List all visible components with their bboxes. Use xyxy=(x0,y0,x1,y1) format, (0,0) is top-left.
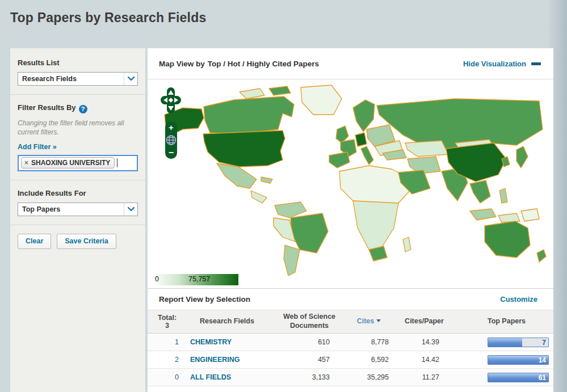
filter-note: Changing the filter field removes all cu… xyxy=(18,119,138,137)
wos-documents-value: 457 xyxy=(270,356,349,364)
sidebar-divider xyxy=(10,94,145,95)
include-results-label: Include Results For xyxy=(18,189,138,197)
world-choropleth-map[interactable] xyxy=(149,79,553,279)
cites-value: 6,592 xyxy=(349,356,389,364)
region-italy xyxy=(361,146,373,165)
top-papers-bar: 61 xyxy=(488,373,549,382)
column-header-research-fields[interactable]: Research Fields xyxy=(184,317,270,326)
region-usa xyxy=(203,130,285,167)
region-north-africa xyxy=(339,166,410,206)
hide-visualization-label: Hide Visualization xyxy=(463,60,526,68)
viz-title-mode: Top / Hot / Highly Cited Papers xyxy=(208,60,319,68)
row-rank: 0 xyxy=(148,373,184,381)
region-new-zealand xyxy=(537,250,546,262)
filter-input[interactable]: × SHAOXING UNIVERSITY xyxy=(18,155,138,171)
report-title: Report View by Selection xyxy=(159,295,250,304)
top-papers-bar: 14 xyxy=(488,355,549,365)
wos-documents-value: 3,133 xyxy=(270,373,349,381)
top-papers-value: 61 xyxy=(539,374,546,382)
results-list-select[interactable]: Research Fields xyxy=(18,72,138,86)
chevron-down-icon xyxy=(124,73,137,85)
column-header-wos-documents[interactable]: Web of Science Documents xyxy=(270,313,349,330)
map-legend: 0 75,757 xyxy=(153,274,238,285)
map-view[interactable]: + − 0 75,757 xyxy=(148,79,553,289)
collapse-minus-icon xyxy=(531,62,541,65)
results-list-selected: Research Fields xyxy=(18,75,124,83)
map-controls: + − xyxy=(159,86,184,163)
row-rank: 1 xyxy=(148,338,184,346)
total-label: Total: xyxy=(150,314,184,322)
legend-min-value: 0 xyxy=(155,275,159,283)
hide-visualization-link[interactable]: Hide Visualization xyxy=(463,60,541,68)
table-row: 0 ALL FIELDS 3,133 35,295 11.27 61 xyxy=(148,369,553,386)
main-panel: Map View byTop / Hot / Highly Cited Pape… xyxy=(148,48,553,392)
field-link[interactable]: ALL FIELDS xyxy=(184,373,270,381)
region-indochina xyxy=(470,180,490,203)
column-header-cites[interactable]: Cites xyxy=(349,317,389,326)
chevron-down-icon xyxy=(124,203,137,216)
region-arctic-islands xyxy=(240,88,264,99)
region-iberia xyxy=(329,152,350,168)
region-malaysia-indonesia xyxy=(470,209,496,220)
report-header: Report View by Selection Customize xyxy=(148,289,553,310)
sidebar-divider xyxy=(10,180,145,180)
table-row: 2 ENGINEERING 457 6,592 14.42 14 xyxy=(148,351,553,369)
customize-link[interactable]: Customize xyxy=(500,295,537,304)
include-results-select[interactable]: Top Papers xyxy=(18,203,138,216)
column-header-cites-per-paper[interactable]: Cites/Paper xyxy=(389,317,460,326)
region-mexico xyxy=(217,163,257,188)
cites-label: Cites xyxy=(357,317,375,325)
region-uk xyxy=(336,126,348,143)
help-icon[interactable]: ? xyxy=(79,105,87,113)
pan-control xyxy=(161,87,181,113)
filter-results-label: Filter Results By? xyxy=(18,103,138,113)
sort-desc-icon xyxy=(376,319,381,322)
save-criteria-button[interactable]: Save Criteria xyxy=(57,234,116,249)
total-header: Total: 3 xyxy=(148,314,184,330)
region-australia xyxy=(485,221,530,258)
top-papers-bar: 7 xyxy=(488,338,549,347)
region-madagascar xyxy=(403,237,411,252)
top-papers-value: 14 xyxy=(539,356,546,364)
region-central-africa xyxy=(353,201,398,250)
region-cuba xyxy=(261,177,272,183)
visualization-header: Map View byTop / Hot / Highly Cited Pape… xyxy=(148,48,553,79)
region-central-america xyxy=(251,191,267,203)
top-papers-bar-fill xyxy=(488,338,522,347)
add-filter-link[interactable]: Add Filter » xyxy=(18,143,57,151)
region-argentina xyxy=(284,245,300,276)
region-brazil xyxy=(291,213,328,253)
region-colombia-venezuela xyxy=(275,202,306,218)
field-link[interactable]: CHEMISTRY xyxy=(184,338,270,346)
top-papers-value: 7 xyxy=(542,339,546,347)
cites-per-paper-value: 14.42 xyxy=(389,356,460,364)
zoom-out-icon: − xyxy=(169,147,174,157)
table-header-row: Total: 3 Research Fields Web of Science … xyxy=(148,310,553,334)
column-header-top-papers[interactable]: Top Papers xyxy=(460,317,553,326)
wos-documents-value: 610 xyxy=(270,338,349,346)
cites-per-paper-value: 14.39 xyxy=(389,338,460,346)
region-scandinavia xyxy=(353,100,375,132)
results-list-label: Results List xyxy=(18,58,138,67)
clear-button[interactable]: Clear xyxy=(18,234,51,249)
region-germany xyxy=(355,133,367,146)
legend-max-value: 75,757 xyxy=(188,275,210,283)
filter-tag: × SHAOXING UNIVERSITY xyxy=(21,157,115,168)
region-japan xyxy=(516,146,528,168)
field-link[interactable]: ENGINEERING xyxy=(184,356,270,364)
cites-value: 8,778 xyxy=(349,338,389,346)
zoom-in-icon: + xyxy=(169,123,174,132)
cites-value: 35,295 xyxy=(349,373,389,381)
text-caret xyxy=(117,158,117,167)
remove-filter-icon[interactable]: × xyxy=(24,159,28,167)
filter-results-label-text: Filter Results By xyxy=(18,103,76,112)
sidebar-divider xyxy=(10,225,145,225)
viz-title-prefix: Map View by xyxy=(159,60,205,68)
include-results-selected: Top Papers xyxy=(18,205,124,213)
region-philippines xyxy=(499,188,507,203)
filter-tag-label: SHAOXING UNIVERSITY xyxy=(31,159,110,167)
page-title: Top Papers by Research Fields xyxy=(10,10,206,26)
region-arctic-islands-2 xyxy=(269,86,291,95)
region-greenland xyxy=(301,85,342,115)
region-kazakhstan xyxy=(405,141,448,157)
